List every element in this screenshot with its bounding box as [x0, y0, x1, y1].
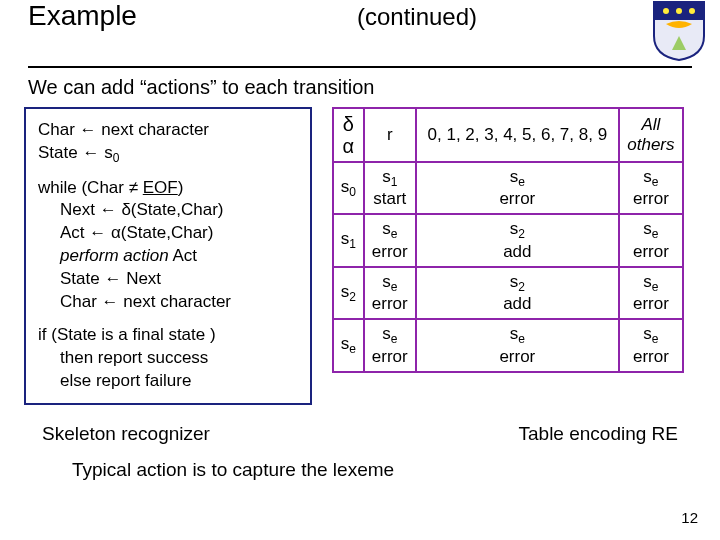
- title-right: (continued): [357, 3, 477, 31]
- svg-point-0: [663, 8, 669, 14]
- algo-line: then report success: [38, 347, 298, 370]
- algo-line: ): [178, 178, 184, 197]
- eof-token: EOF: [143, 178, 178, 197]
- cell: seerror: [619, 267, 683, 319]
- algo-line: Char ← next character: [38, 120, 209, 139]
- algo-line: Act ← α(State,Char): [38, 222, 298, 245]
- divider: [28, 66, 692, 68]
- cell: s2add: [416, 214, 619, 266]
- state-cell: s1: [333, 214, 364, 266]
- caption-right: Table encoding RE: [519, 423, 679, 445]
- table-row: s2 seerror s2add seerror: [333, 267, 683, 319]
- cell: seerror: [619, 214, 683, 266]
- table-row: s0 s1start seerror seerror: [333, 162, 683, 214]
- col-header: 0, 1, 2, 3, 4, 5, 6, 7, 8, 9: [416, 108, 619, 162]
- state-cell: s2: [333, 267, 364, 319]
- algo-line: State ← Next: [38, 268, 298, 291]
- algo-line: perform action Act: [38, 245, 298, 268]
- algo-line: if (State is a final state ): [38, 325, 216, 344]
- cell: seerror: [619, 162, 683, 214]
- page-number: 12: [681, 509, 698, 526]
- subscript: 0: [113, 151, 120, 165]
- cell: seerror: [364, 267, 416, 319]
- algo-line: Char ← next character: [38, 291, 298, 314]
- table-row: se seerror seerror seerror: [333, 319, 683, 371]
- col-header: Allothers: [619, 108, 683, 162]
- encoding-table: δα r 0, 1, 2, 3, 4, 5, 6, 7, 8, 9 Alloth…: [332, 107, 684, 373]
- caption-left: Skeleton recognizer: [42, 423, 210, 445]
- captions: Skeleton recognizer Table encoding RE: [0, 405, 720, 445]
- cell: seerror: [416, 319, 619, 371]
- algo-line: State ← s: [38, 143, 113, 162]
- cell: seerror: [364, 214, 416, 266]
- algorithm-box: Char ← next character State ← s0 while (…: [24, 107, 312, 405]
- table-row: s1 seerror s2add seerror: [333, 214, 683, 266]
- svg-point-2: [689, 8, 695, 14]
- algo-line: else report failure: [38, 370, 298, 393]
- state-cell: s0: [333, 162, 364, 214]
- cell: seerror: [364, 319, 416, 371]
- algo-line: while (Char ≠: [38, 178, 143, 197]
- svg-point-1: [676, 8, 682, 14]
- table-header-row: δα r 0, 1, 2, 3, 4, 5, 6, 7, 8, 9 Alloth…: [333, 108, 683, 162]
- subtitle: We can add “actions” to each transition: [0, 76, 720, 107]
- encoding-table-wrap: δα r 0, 1, 2, 3, 4, 5, 6, 7, 8, 9 Alloth…: [332, 107, 684, 373]
- cell: s2add: [416, 267, 619, 319]
- cell: seerror: [416, 162, 619, 214]
- delta-alpha-header: δα: [333, 108, 364, 162]
- state-cell: se: [333, 319, 364, 371]
- crest-icon: [652, 0, 706, 62]
- cell: seerror: [619, 319, 683, 371]
- cell: s1start: [364, 162, 416, 214]
- col-header: r: [364, 108, 416, 162]
- title-left: Example: [28, 0, 137, 32]
- algo-line: Next ← δ(State,Char): [38, 199, 298, 222]
- footer-note: Typical action is to capture the lexeme: [0, 445, 720, 481]
- header: Example (continued): [0, 0, 720, 62]
